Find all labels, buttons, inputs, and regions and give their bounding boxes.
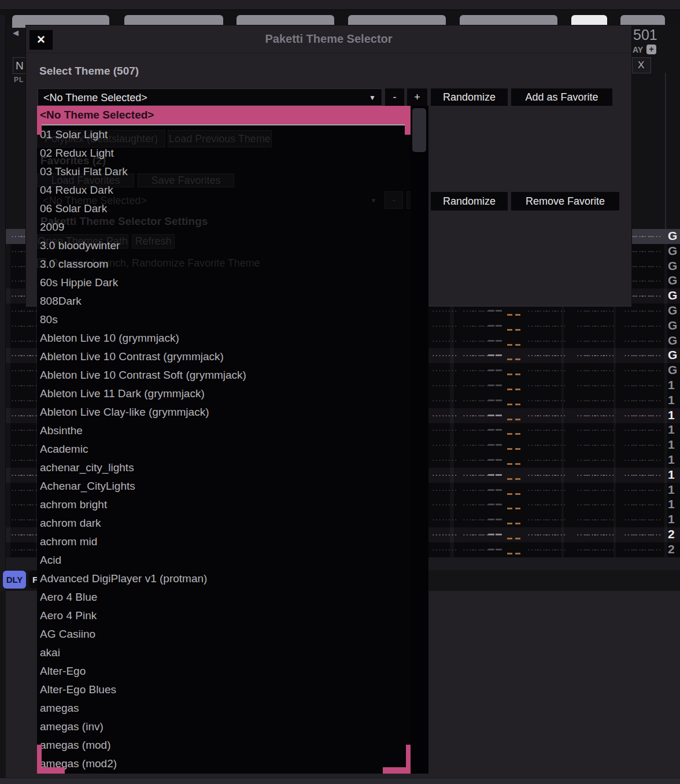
empty-cell-dots: ···· [553, 308, 566, 315]
empty-cell-dash-accent [507, 419, 512, 420]
empty-cell-dash-accent [507, 478, 512, 480]
titlebar-seam [26, 53, 631, 53]
theme-prev-button[interactable]: - [385, 88, 404, 106]
popup-item[interactable]: Academic [37, 440, 411, 458]
empty-cell-dots: ···· [553, 397, 566, 405]
empty-cell-dash-accent [515, 373, 520, 375]
popup-item[interactable]: 80s [37, 310, 411, 329]
empty-cell-dots: ···· [431, 352, 445, 360]
empty-cell-dots: ···· [648, 367, 661, 375]
popup-item[interactable]: Absinthe [37, 421, 411, 440]
empty-cell-dots: ···· [648, 487, 661, 494]
remove-favorite-button[interactable]: Remove Favorite [511, 192, 619, 210]
theme-dropdown-value: <No Theme Selected> [43, 92, 147, 103]
popup-item[interactable]: achrom mid [37, 532, 411, 551]
popup-item[interactable]: amegas (mod2) [37, 755, 411, 773]
empty-cell-dots: ···· [553, 546, 566, 554]
popup-item[interactable]: Achenar_CityLights [37, 477, 411, 495]
empty-cell-dots: ···· [553, 442, 566, 449]
popup-item[interactable]: Alter-Ego Blues [37, 681, 411, 699]
popup-scrollbar[interactable] [411, 106, 428, 774]
popup-item[interactable]: 03 Tskui Flat Dark [37, 162, 411, 181]
empty-cell-dots: ···· [431, 412, 445, 420]
popup-item[interactable]: achrom bright [37, 495, 411, 514]
empty-cell-dash [496, 325, 502, 327]
empty-cell-dots: ···· [444, 323, 457, 330]
favorites-randomize-button[interactable]: Randomize [431, 192, 508, 210]
dialog-title: Paketti Theme Selector [26, 25, 631, 53]
empty-cell-dots: ···· [601, 412, 615, 420]
empty-cell-dots: ···· [648, 338, 661, 345]
empty-cell-dots: ···· [601, 367, 615, 375]
add-as-favorite-button[interactable]: Add as Favorite [511, 88, 612, 106]
popup-item[interactable]: 02 Redux Light [37, 144, 411, 162]
empty-cell-dots: ···· [648, 278, 661, 285]
popup-item[interactable]: achrom dark [37, 514, 411, 532]
empty-cell-dots: ···· [648, 412, 661, 420]
theme-next-button[interactable]: + [407, 88, 427, 106]
row-number: 1 [668, 453, 675, 467]
clipped-field[interactable]: X [632, 57, 651, 73]
empty-cell-dots: ···· [648, 263, 661, 271]
empty-cell-dots: ···· [444, 531, 457, 539]
popup-item[interactable]: Alter-Ego [37, 662, 411, 681]
popup-item[interactable]: Ableton Live Clay-like (grymmjack) [37, 403, 411, 421]
popup-item[interactable]: Advanced DigiPlayer v1 (protman) [37, 569, 411, 588]
empty-cell-dash [496, 384, 502, 386]
autoplay-label: AY [633, 45, 643, 54]
empty-cell-dots: ···· [431, 442, 445, 449]
dialog-titlebar[interactable]: Paketti Theme Selector ✕ [26, 25, 631, 53]
empty-cell-dots: ···· [648, 397, 661, 405]
popup-item[interactable]: 3.0 classroom [37, 255, 411, 273]
popup-item[interactable]: 60s Hippie Dark [37, 273, 411, 292]
empty-cell-dots: ···· [601, 516, 615, 524]
row-number: G [668, 229, 677, 243]
empty-cell-dots: ···· [431, 546, 445, 554]
popup-item[interactable]: amegas (mod) [37, 736, 411, 755]
empty-cell-dots: ···· [601, 442, 615, 449]
close-button[interactable]: ✕ [29, 30, 53, 50]
empty-cell-dash-accent [507, 433, 512, 435]
row-number: G [668, 289, 677, 302]
theme-dropdown[interactable]: <No Theme Selected> ▼ [38, 88, 382, 106]
collapse-left-icon[interactable]: ◀ [13, 28, 21, 38]
popup-item[interactable]: Ableton Live 11 Dark (grymmjack) [37, 384, 411, 403]
row-number: 1 [668, 468, 675, 482]
add-icon[interactable]: + [646, 45, 656, 54]
row-number: 2 [668, 542, 675, 556]
popup-item[interactable]: Ableton Live 10 (grymmjack) [37, 329, 411, 347]
popup-item[interactable]: amegas [37, 699, 411, 718]
popup-item[interactable]: achenar_city_lights [37, 458, 411, 477]
empty-cell-dash [496, 549, 502, 550]
popup-scrollbar-thumb[interactable] [412, 108, 426, 152]
empty-cell-dash [488, 429, 494, 431]
popup-item[interactable]: 2009 [37, 218, 411, 236]
play-mode-label: PL [14, 76, 24, 84]
empty-cell-dash [488, 384, 494, 386]
empty-cell-dots: ···· [431, 323, 445, 330]
popup-item[interactable]: Ableton Live 10 Contrast Soft (grymmjack… [37, 366, 411, 384]
popup-item[interactable]: 06 Solar Dark [37, 199, 411, 218]
popup-item[interactable]: akai [37, 644, 411, 662]
empty-cell-dots: ···· [648, 308, 661, 315]
empty-cell-dash [488, 504, 494, 505]
empty-cell-dash-accent [507, 463, 512, 465]
empty-cell-dash-accent [515, 478, 520, 480]
empty-cell-dash-accent [507, 358, 512, 360]
randomize-button[interactable]: Randomize [431, 88, 508, 106]
popup-item[interactable]: Acid [37, 551, 411, 569]
row-number: 1 [668, 483, 675, 497]
delay-column-button[interactable]: DLY [3, 571, 26, 589]
popup-item[interactable]: amegas (inv) [37, 718, 411, 736]
popup-item[interactable]: 01 Solar Light [37, 125, 411, 144]
popup-item[interactable]: 04 Redux Dark [37, 181, 411, 199]
empty-cell-dash-accent [515, 553, 520, 554]
popup-item[interactable]: Aero 4 Blue [37, 588, 411, 607]
popup-item[interactable]: Aero 4 Pink [37, 607, 411, 625]
popup-item[interactable]: 808Dark [37, 292, 411, 310]
empty-cell-dots: ···· [431, 382, 445, 390]
popup-item[interactable]: AG Casiino [37, 625, 411, 644]
empty-cell-dash [496, 474, 502, 476]
popup-item[interactable]: 3.0 bloodywinter [37, 236, 411, 255]
popup-item[interactable]: Ableton Live 10 Contrast (grymmjack) [37, 347, 411, 366]
